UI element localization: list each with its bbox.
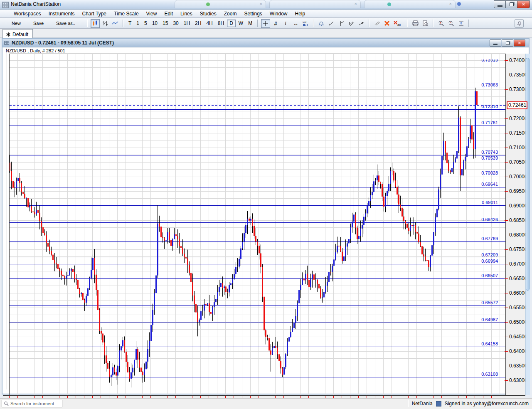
zoom-in-button[interactable] [436, 19, 446, 28]
price-tick-mark [505, 148, 508, 148]
level-label: 0.68426 [481, 217, 498, 222]
crosshair-button[interactable] [261, 19, 270, 28]
channel-tool-button[interactable] [347, 19, 356, 28]
save-button[interactable]: Save [30, 20, 47, 27]
menu-zoom[interactable]: Zoom [220, 10, 241, 17]
menu-studies[interactable]: Studies [196, 10, 220, 17]
line-chart-button[interactable] [111, 19, 120, 28]
level-label: 0.73063 [481, 82, 498, 87]
background-browser-tab: × [269, 0, 361, 8]
scrollbar-thumb[interactable] [526, 58, 530, 291]
price-tick-mark [505, 366, 508, 366]
price-tick-label: 0.69500 [509, 188, 527, 194]
app-title: NetDania ChartStation [11, 1, 61, 7]
chart-minimize-button[interactable] [490, 39, 501, 47]
save-as-button[interactable]: Save as.. [53, 20, 79, 27]
window-close-button[interactable]: ✕ [517, 0, 530, 8]
menu-instruments[interactable]: Instruments [45, 10, 79, 17]
level-label: 0.66507 [481, 273, 498, 278]
timeframe-30[interactable]: 30 [171, 20, 180, 27]
chart-restore-button[interactable] [502, 39, 513, 47]
trendline-tool-button[interactable] [327, 19, 336, 28]
menu-bar: WorkspacesInstrumentsChart TypeTime Scal… [0, 10, 532, 18]
timeframe-4h[interactable]: 4H [204, 20, 214, 27]
delete-object-button[interactable] [382, 19, 392, 28]
level-label: 0.70743 [481, 150, 498, 155]
timeframe-w[interactable]: W [236, 20, 245, 27]
menu-lines[interactable]: Lines [177, 10, 196, 17]
window-minimize-button[interactable] [494, 0, 506, 8]
alert-bell-button[interactable] [317, 19, 326, 28]
instrument-search-input[interactable]: Search for instrument [2, 400, 62, 407]
horizontal-scale-button[interactable]: ↔ [291, 19, 300, 28]
delete-all-objects-button[interactable]: all [392, 19, 404, 28]
fit-vertical-button[interactable] [456, 19, 466, 28]
menu-window[interactable]: Window [266, 10, 291, 17]
signed-in-label: Signed in as yohay@forexcrunch.com [445, 401, 529, 407]
timeframe-2h[interactable]: 2H [193, 20, 203, 27]
zoom-out-button[interactable] [446, 19, 456, 28]
menu-help[interactable]: Help [291, 10, 309, 17]
price-tick-mark [505, 308, 508, 308]
price-plot[interactable] [9, 54, 506, 395]
price-tick-label: 0.63000 [509, 377, 527, 383]
price-tick-label: 0.71000 [509, 145, 527, 150]
search-placeholder: Search for instrument [10, 401, 54, 406]
brand-label: NetDania [412, 401, 433, 407]
workspace-tabstrip: Default [0, 29, 532, 37]
new-button[interactable]: New [8, 20, 24, 27]
print-button[interactable] [411, 19, 420, 28]
price-tick-label: 0.67000 [509, 261, 527, 267]
browser-tab-favicon [457, 2, 461, 6]
parallel-lines-button[interactable] [372, 19, 382, 28]
background-browser-tab: × [175, 0, 266, 8]
ray-tool-button[interactable] [357, 19, 366, 28]
timeframe-m[interactable]: M [246, 20, 254, 27]
print-preview-button[interactable] [421, 19, 430, 28]
menu-edit[interactable]: Edit [160, 10, 177, 17]
instrument-label: NZD/USD , Daily, # 282 / 501 [6, 48, 65, 53]
menu-workspaces[interactable]: Workspaces [10, 10, 45, 17]
info-button[interactable]: i [281, 19, 290, 28]
timeframe-1[interactable]: 1 [134, 20, 141, 27]
volume-button[interactable]: vol [301, 19, 310, 28]
price-tick-mark [505, 322, 508, 323]
price-tick-mark [505, 162, 508, 163]
price-tick-mark [505, 89, 508, 90]
level-label: 0.71761 [481, 120, 498, 125]
price-tick-mark [505, 235, 508, 235]
level-label: 0.63108 [481, 372, 498, 377]
timeframe-8h[interactable]: 8H [216, 20, 226, 27]
browser-tab-close-icon: × [355, 1, 357, 6]
timeframe-10[interactable]: 10 [150, 20, 160, 27]
netdania-logo-icon [436, 401, 441, 407]
level-label: 0.69011 [482, 200, 498, 205]
price-tick-label: 0.66500 [509, 276, 527, 281]
price-axis-pane[interactable]: 0.740000.735000.730000.720000.715000.710… [506, 54, 526, 395]
chart-window-titlebar[interactable]: NZD/USD - 0.72461 - 09:58:05 11 Jul (CES… [2, 39, 529, 47]
timeframe-15[interactable]: 15 [160, 20, 170, 27]
timeframe-5[interactable]: 5 [142, 20, 149, 27]
timeframe-t[interactable]: T [126, 20, 133, 27]
menu-settings[interactable]: Settings [240, 10, 266, 17]
menu-time-scale[interactable]: Time Scale [110, 10, 143, 17]
ohlc-bars-chart-button[interactable] [101, 19, 110, 28]
menu-chart-type[interactable]: Chart Type [79, 10, 110, 17]
price-tick-label: 0.66000 [509, 290, 527, 296]
grid-toggle-button[interactable]: # [271, 19, 280, 28]
menu-view[interactable]: View [143, 10, 161, 17]
vertical-line-tool-button[interactable] [337, 19, 346, 28]
current-price-box: 0.72461 [507, 101, 527, 109]
window-left-grip[interactable] [4, 48, 7, 389]
pin-panel-button[interactable] [515, 19, 524, 28]
workspace-tab-default[interactable]: Default [2, 29, 33, 38]
candlestick-chart-button[interactable] [91, 19, 100, 28]
chart-close-button[interactable]: ✕ [514, 39, 525, 47]
workspace-tab-label: Default [12, 32, 28, 37]
timeframe-d[interactable]: D [227, 20, 236, 27]
price-tick-label: 0.71500 [509, 130, 527, 136]
price-tick-label: 0.64000 [509, 348, 527, 354]
chart-window: NZD/USD - 0.72461 - 09:58:05 11 Jul (CES… [2, 38, 530, 394]
timeframe-1h[interactable]: 1H [182, 20, 192, 27]
window-restore-button[interactable] [505, 0, 517, 8]
